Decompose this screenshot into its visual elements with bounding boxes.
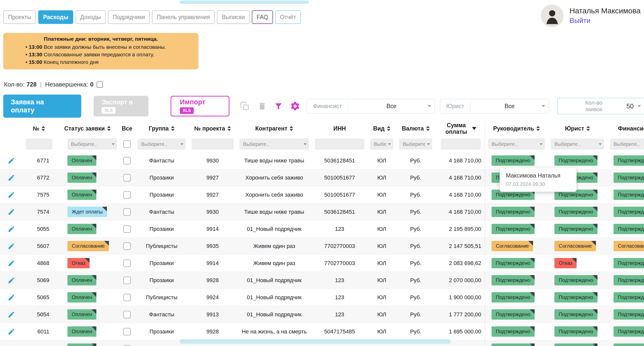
notice-item: • 13:00 Все заявки должны быть внесены и…: [25, 43, 193, 51]
row-checkbox[interactable]: [123, 294, 131, 301]
status-badge: Оплачен: [67, 190, 96, 200]
row-checkbox[interactable]: [123, 174, 131, 182]
filter-input-id[interactable]: [26, 139, 52, 150]
lawyer-select[interactable]: Все: [470, 99, 549, 113]
avatar[interactable]: [541, 5, 564, 27]
column-header-head[interactable]: Руководитель: [485, 121, 548, 136]
cell-currency: Руб.: [396, 289, 435, 306]
cell-lawyer: Подтверждено: [548, 152, 607, 169]
edit-row-button[interactable]: [8, 260, 15, 267]
nav-tab-6[interactable]: Выписки: [217, 10, 250, 24]
cell-id: 6772: [23, 169, 55, 186]
filter-select-fin[interactable]: Выберите..: [610, 139, 644, 150]
cell-fin: Подтверждено: [607, 306, 644, 323]
cell-all: [119, 238, 135, 254]
row-checkbox[interactable]: [123, 242, 131, 250]
edit-row-button[interactable]: [8, 277, 15, 284]
edit-row-button[interactable]: [8, 174, 15, 182]
edit-row-button[interactable]: [8, 242, 15, 250]
cell-head: Подтверждено: [485, 203, 548, 220]
payment-days-notice: Платежные дни: вторник, четверг, пятница…: [3, 33, 198, 69]
column-header-vid[interactable]: Вид: [367, 121, 396, 136]
column-header-status[interactable]: Статус заявки: [55, 121, 119, 136]
column-header-amount[interactable]: Сумма оплаты: [435, 121, 485, 136]
edit-row-button[interactable]: [8, 311, 15, 318]
filter-select-lawyer[interactable]: Выберите..: [551, 139, 604, 150]
cell-group: Фантасты: [135, 306, 189, 323]
filter-select-contractor[interactable]: Выберите..: [239, 139, 309, 150]
edit-row-button[interactable]: [8, 294, 15, 301]
filter-select-currency[interactable]: Выберите..: [399, 139, 432, 150]
horizontal-scrollbar-bottom[interactable]: [180, 339, 451, 344]
filter-select-vid[interactable]: Выберите..: [370, 139, 393, 150]
status-badge: Оплачен: [67, 343, 96, 346]
import-xls-button[interactable]: Импорт XLS: [171, 96, 229, 116]
filter-input-inn[interactable]: [315, 139, 364, 150]
gear-icon[interactable]: [290, 101, 300, 111]
row-checkbox[interactable]: [123, 208, 131, 216]
edit-row-button[interactable]: [8, 345, 15, 346]
edit-row-button[interactable]: [8, 157, 15, 164]
logout-link[interactable]: Выйти: [570, 17, 640, 25]
cell-inn: 123: [312, 272, 367, 289]
column-header-fin[interactable]: Финансист: [607, 121, 644, 136]
cell-amount: 2 195 895,00: [435, 221, 485, 237]
row-checkbox[interactable]: [123, 260, 131, 267]
row-checkbox[interactable]: [123, 345, 131, 346]
import-label: Импорт: [180, 98, 206, 106]
column-header-lawyer[interactable]: Юрист: [548, 121, 607, 136]
unfinished-checkbox[interactable]: [97, 81, 103, 88]
column-header-currency[interactable]: Валюта: [396, 121, 435, 136]
filter-select-group[interactable]: Выберите..: [138, 139, 186, 150]
copy-icon[interactable]: [240, 101, 250, 111]
cell-head: Подтверждено: [485, 221, 548, 237]
row-checkbox[interactable]: [123, 157, 131, 164]
export-xls-button[interactable]: Экспорт в XLS: [94, 96, 148, 116]
row-checkbox[interactable]: [123, 225, 131, 233]
column-header-contractor[interactable]: Контрагент: [236, 121, 312, 136]
edit-row-button[interactable]: [8, 328, 15, 335]
requests-count-select[interactable]: 50: [626, 102, 644, 110]
column-header-project[interactable]: № проекта: [189, 121, 236, 136]
filter-icon[interactable]: [274, 102, 283, 110]
nav-tab-1[interactable]: Проекты: [3, 10, 36, 24]
filter-input-project[interactable]: [192, 139, 233, 150]
edit-row-button[interactable]: [8, 225, 15, 233]
nav-tab-5[interactable]: Панель управления: [152, 10, 215, 24]
nav-tab-7[interactable]: FAQ: [252, 10, 273, 24]
cell-status: Оплачен: [55, 186, 119, 203]
new-payment-request-button[interactable]: Заявка на оплату: [3, 95, 81, 118]
nav-tab-3[interactable]: Доходы: [75, 10, 106, 24]
row-checkbox[interactable]: [123, 191, 131, 199]
edit-row-button[interactable]: [8, 208, 15, 216]
cell-status: Оплачен: [55, 221, 119, 237]
filter-select-status[interactable]: Выберите..: [67, 139, 117, 150]
edit-row-button[interactable]: [8, 191, 15, 199]
status-badge: Подтверждено: [554, 155, 597, 166]
column-header-id[interactable]: №: [23, 121, 55, 136]
financier-select[interactable]: Все: [348, 99, 435, 113]
horizontal-scrollbar-top[interactable]: [180, 1, 309, 4]
cell-edit: [0, 169, 23, 186]
chevron-down-icon: [637, 105, 641, 107]
cell-head: Подтверждено: [485, 272, 548, 289]
cell-head: Согласование: [485, 238, 548, 254]
filter-input-amount[interactable]: [441, 139, 481, 150]
row-checkbox[interactable]: [123, 328, 131, 335]
cell-group: Прозаики: [135, 255, 189, 272]
nav-tab-2[interactable]: Расходы: [38, 10, 73, 24]
status-badge: Подтверждено: [492, 292, 535, 302]
cell-group: Прозаики: [135, 323, 189, 340]
cell-contractor: Тише воды ниже травы: [236, 203, 312, 220]
requests-count-group: Кол-во заявок 50: [557, 98, 644, 114]
status-badge: Подтверждено: [492, 309, 535, 320]
row-checkbox[interactable]: [123, 277, 131, 284]
row-checkbox[interactable]: [123, 311, 131, 318]
trash-icon[interactable]: [258, 102, 267, 111]
column-header-group[interactable]: Группа: [135, 121, 189, 136]
select-all-checkbox[interactable]: [123, 140, 131, 148]
nav-tab-8[interactable]: Отчёт: [275, 10, 301, 24]
filter-select-head[interactable]: Выберите..: [488, 139, 545, 150]
cell-group: Публицисты: [135, 238, 189, 254]
nav-tab-4[interactable]: Подрядчики: [108, 10, 150, 24]
